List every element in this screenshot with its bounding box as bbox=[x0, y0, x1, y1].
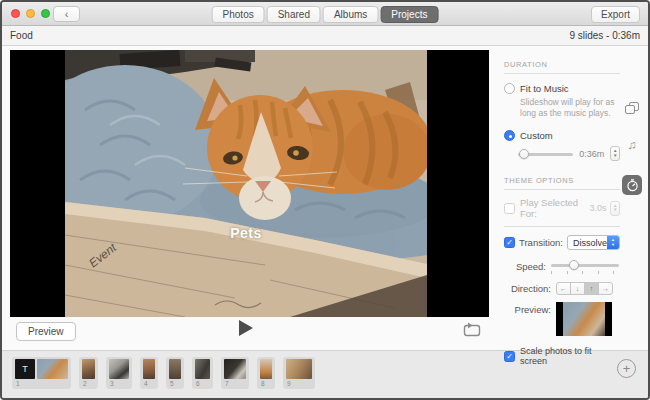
project-header: Food 9 slides - 0:36m bbox=[2, 26, 648, 46]
duration-value: 0:36m bbox=[579, 149, 604, 159]
transition-value: Dissolve bbox=[568, 238, 607, 248]
divider bbox=[504, 73, 620, 74]
custom-duration-option[interactable]: Custom bbox=[504, 130, 620, 141]
duration-slider[interactable] bbox=[518, 148, 573, 159]
tab-photos[interactable]: Photos bbox=[212, 6, 265, 23]
play-selected-label: Play Selected For: bbox=[520, 197, 585, 219]
play-selected-option: Play Selected For: 3.0s ▲▼ bbox=[504, 197, 620, 219]
speed-row: Speed: bbox=[504, 259, 620, 274]
play-selected-checkbox[interactable] bbox=[504, 203, 515, 214]
preview-row: Preview: bbox=[504, 302, 620, 336]
slide-title-thumbnail[interactable]: T bbox=[15, 359, 35, 379]
slides-summary: 9 slides - 0:36m bbox=[569, 30, 640, 41]
scale-photos-option[interactable]: ✓ Scale photos to fit screen bbox=[504, 346, 620, 366]
settings-sidebar: DURATION Fit to Music Slideshow will pla… bbox=[494, 46, 650, 350]
play-selected-stepper: ▲▼ bbox=[610, 201, 620, 216]
slide-number: 2 bbox=[82, 380, 95, 388]
slide-photo-thumbnail[interactable] bbox=[195, 359, 210, 379]
filmstrip-slide-9[interactable]: 9 bbox=[283, 357, 315, 389]
preview-label: Preview: bbox=[504, 302, 551, 315]
slide-number: 4 bbox=[143, 380, 155, 388]
direction-option-0[interactable]: ← bbox=[556, 282, 571, 295]
back-button[interactable]: ‹ bbox=[53, 6, 80, 22]
custom-label: Custom bbox=[520, 130, 553, 141]
direction-option-3[interactable]: → bbox=[598, 282, 613, 295]
preview-button[interactable]: Preview bbox=[16, 322, 76, 341]
close-window-button[interactable] bbox=[11, 9, 20, 18]
play-selected-value: 3.0s bbox=[589, 203, 606, 213]
tab-shared[interactable]: Shared bbox=[267, 6, 321, 23]
cat-photo-illustration: Event bbox=[65, 50, 427, 317]
slide-photo-thumbnail[interactable] bbox=[260, 359, 272, 379]
slide-title-overlay: Pets bbox=[65, 225, 427, 241]
filmstrip-slide-8[interactable]: 8 bbox=[257, 357, 275, 389]
fit-to-music-label: Fit to Music bbox=[520, 83, 569, 94]
filmstrip-slide-2[interactable]: 2 bbox=[79, 357, 98, 389]
speed-slider[interactable] bbox=[551, 259, 619, 270]
slide-photo-thumbnail[interactable] bbox=[169, 359, 181, 379]
transition-preview-thumbnail[interactable] bbox=[556, 302, 612, 336]
tab-projects[interactable]: Projects bbox=[380, 6, 438, 23]
divider bbox=[504, 189, 620, 190]
fit-to-music-option[interactable]: Fit to Music bbox=[504, 83, 620, 94]
scale-photos-checkbox[interactable]: ✓ bbox=[504, 351, 515, 362]
theme-options-section-title: THEME OPTIONS bbox=[504, 176, 620, 185]
view-tabs: PhotosSharedAlbumsProjects bbox=[212, 6, 439, 23]
speed-label: Speed: bbox=[504, 261, 546, 272]
music-icon[interactable]: ♫ bbox=[628, 139, 637, 151]
themes-icon[interactable] bbox=[625, 102, 640, 115]
slide-number: 5 bbox=[169, 380, 181, 388]
slide-photo-thumbnail[interactable] bbox=[109, 359, 129, 379]
slide-number: 9 bbox=[286, 380, 312, 388]
direction-label: Direction: bbox=[504, 283, 551, 294]
slide-photo-thumbnail[interactable] bbox=[286, 359, 312, 379]
filmstrip-slide-7[interactable]: 7 bbox=[221, 357, 249, 389]
title-bar: ‹ PhotosSharedAlbumsProjects Export bbox=[2, 2, 648, 26]
filmstrip-slide-1[interactable]: T1 bbox=[12, 357, 71, 389]
loop-icon[interactable] bbox=[462, 322, 482, 338]
project-title: Food bbox=[10, 30, 33, 41]
divider bbox=[504, 226, 620, 227]
slide-number: 6 bbox=[195, 380, 210, 388]
slideshow-photo: Event bbox=[65, 50, 427, 317]
filmstrip-slide-6[interactable]: 6 bbox=[192, 357, 213, 389]
tab-albums[interactable]: Albums bbox=[323, 6, 378, 23]
custom-radio[interactable] bbox=[504, 130, 515, 141]
slide-photo-thumbnail[interactable] bbox=[143, 359, 155, 379]
filmstrip-slide-4[interactable]: 4 bbox=[140, 357, 158, 389]
filmstrip-slides: T123456789 bbox=[12, 357, 315, 389]
direction-row: Direction: ←↓↑→ bbox=[504, 282, 620, 295]
slide-photo-thumbnail[interactable] bbox=[37, 359, 68, 379]
slideshow-canvas[interactable]: Event bbox=[10, 50, 489, 317]
dropdown-arrows-icon: ▲▼ bbox=[607, 236, 619, 249]
export-button[interactable]: Export bbox=[591, 6, 640, 23]
slide-number: 3 bbox=[109, 380, 129, 388]
duration-section-title: DURATION bbox=[504, 60, 620, 69]
slide-photo-thumbnail[interactable] bbox=[224, 359, 246, 379]
filmstrip-slide-3[interactable]: 3 bbox=[106, 357, 132, 389]
play-icon[interactable] bbox=[239, 320, 253, 336]
speed-ticks bbox=[551, 271, 619, 274]
transition-dropdown[interactable]: Dissolve ▲▼ bbox=[567, 235, 620, 250]
transition-row: ✓ Transition: Dissolve ▲▼ bbox=[504, 235, 620, 250]
slide-photo-thumbnail[interactable] bbox=[82, 359, 95, 379]
fit-to-music-radio[interactable] bbox=[504, 83, 515, 94]
direction-segment: ←↓↑→ bbox=[556, 282, 613, 295]
fit-to-music-description: Slideshow will play for as long as the m… bbox=[520, 97, 620, 118]
duration-icon[interactable] bbox=[622, 175, 642, 195]
direction-option-2[interactable]: ↑ bbox=[584, 282, 599, 295]
slide-number: 7 bbox=[224, 380, 246, 388]
minimize-window-button[interactable] bbox=[26, 9, 35, 18]
transition-checkbox[interactable]: ✓ bbox=[504, 237, 515, 248]
window-controls bbox=[11, 9, 50, 18]
slide-number: 1 bbox=[15, 380, 68, 388]
slideshow-tools: ♫ bbox=[619, 102, 645, 195]
zoom-window-button[interactable] bbox=[41, 9, 50, 18]
transition-label: Transition: bbox=[519, 237, 563, 248]
filmstrip-slide-5[interactable]: 5 bbox=[166, 357, 184, 389]
scale-photos-label: Scale photos to fit screen bbox=[520, 346, 620, 366]
photos-app-window: ‹ PhotosSharedAlbumsProjects Export Food… bbox=[0, 0, 650, 400]
slide-number: 8 bbox=[260, 380, 272, 388]
direction-option-1[interactable]: ↓ bbox=[570, 282, 585, 295]
